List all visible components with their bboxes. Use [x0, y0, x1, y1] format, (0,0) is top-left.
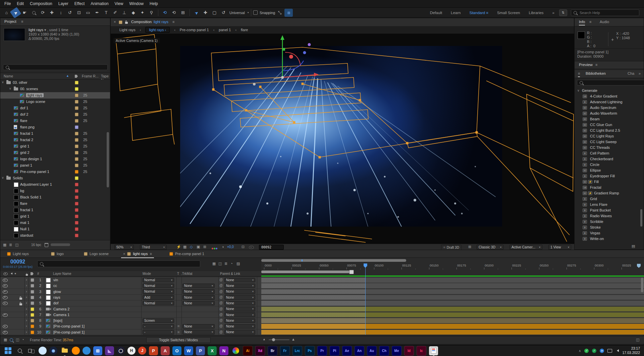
expand-arrow-icon[interactable]: › [26, 283, 27, 287]
after-effects-icon[interactable]: Ae [342, 346, 352, 356]
project-item-name[interactable]: Black Solid 1 [20, 195, 42, 199]
effect-ellipse[interactable]: 32Ellipse [575, 168, 640, 173]
project-scrollbar[interactable] [107, 132, 109, 187]
eye-icon[interactable] [3, 331, 8, 335]
orbit-camera-tool[interactable]: ⟳ [39, 9, 47, 17]
project-row-mat-1[interactable]: mat 1 [0, 220, 110, 226]
expand-arrow-icon[interactable]: › [26, 324, 27, 328]
label-chip[interactable] [31, 296, 34, 299]
menu-edit[interactable]: Edit [14, 1, 27, 6]
project-item-name[interactable]: flare [20, 201, 27, 205]
universal-dropdown[interactable]: Universal [229, 11, 245, 15]
comp-tab-title[interactable]: Composition [131, 20, 152, 24]
label-chip[interactable] [75, 113, 78, 116]
project-item-name[interactable]: grid 2 [20, 151, 30, 155]
orbit-around-scene-tool[interactable]: ⟲ [170, 9, 178, 17]
hide-shy-icon[interactable]: ≣ [224, 261, 227, 266]
timeline-search-input[interactable] [45, 261, 198, 266]
indesign-icon[interactable]: Id [404, 346, 414, 356]
timeline-search[interactable] [37, 260, 200, 267]
label-chip[interactable] [75, 208, 78, 212]
project-item-name[interactable]: flare [20, 119, 27, 123]
layer-duration-bar[interactable] [261, 330, 644, 335]
layer-row-9[interactable]: ›9[Pre-comp panel 1]-▾=None▾@None▾ [0, 323, 644, 329]
effect-fill[interactable]: 32⚡Fill [575, 179, 640, 185]
parent-pickwhip-icon[interactable]: @ [219, 284, 223, 287]
zoom-out-mountain-icon[interactable]: ▲ [263, 338, 266, 341]
project-row-grid-1[interactable]: grid 1 [0, 213, 110, 220]
effect-cc-threads[interactable]: 32CC Threads [575, 145, 640, 151]
pan-under-cursor-tool[interactable]: ⊞ [179, 9, 187, 17]
parent-link-select[interactable]: None▾ [224, 312, 255, 317]
label-chip[interactable] [75, 151, 78, 155]
adaptive-resolution-icon[interactable]: ⚡ [176, 245, 181, 249]
ring-app-icon[interactable]: ◯ [117, 347, 125, 355]
project-row-flare[interactable]: flare [0, 200, 110, 207]
project-item-name[interactable]: 03. other [13, 80, 27, 84]
effect-stroke[interactable]: 8Stroke [575, 225, 640, 230]
eye-icon[interactable] [3, 290, 8, 294]
label-chip[interactable] [75, 234, 78, 237]
chevron-down-icon[interactable]: ∨ [2, 176, 4, 179]
file-explorer-icon[interactable] [60, 346, 69, 355]
panel-menu-icon[interactable]: ≡ [172, 20, 174, 24]
project-row-logo-scene[interactable]: Logo scene25 [0, 99, 110, 105]
project-item-name[interactable]: grid 1 [20, 144, 30, 148]
layer-row-10[interactable]: ›10[Pre-comp panel 1]-▾=None▾@None▾ [0, 330, 644, 335]
preview-tab[interactable]: Preview [579, 63, 593, 67]
lock-open-icon[interactable] [125, 22, 128, 24]
workspace-standard[interactable]: Standard ≡ [465, 11, 493, 15]
project-row-solids[interactable]: ∨Solids [0, 175, 110, 181]
illustrator-icon[interactable]: Ai [243, 346, 253, 356]
breadcrumb-Light-rays[interactable]: Light rays [119, 28, 136, 32]
layer-duration-bar[interactable] [261, 307, 644, 312]
label-chip[interactable] [75, 94, 78, 97]
photoshop-icon[interactable]: Ps [305, 346, 315, 356]
menu-view[interactable]: View [112, 1, 126, 6]
label-chip[interactable] [31, 319, 34, 322]
drop-app-icon[interactable] [39, 347, 47, 355]
project-item-name[interactable]: Solids [13, 176, 23, 180]
layer-name[interactable]: glow [53, 290, 61, 294]
onenote-icon[interactable]: N [219, 346, 228, 355]
handbrake-app-icon[interactable]: H [127, 347, 136, 355]
active-app-icon[interactable] [429, 346, 438, 355]
layer-row-8[interactable]: ›8[logo]Screen▾@None▾ [0, 318, 644, 323]
rectangle-tool[interactable]: ▭ [84, 9, 92, 17]
flowchart-icon[interactable]: ◫ [15, 243, 18, 247]
project-item-name[interactable]: flare.png [20, 125, 35, 129]
snap-angle-icon[interactable]: ⤡ [275, 9, 284, 17]
clock-icon[interactable]: ◔ [22, 338, 24, 342]
bridge-icon[interactable]: Br [268, 346, 277, 356]
playhead[interactable] [365, 265, 366, 335]
menu-composition[interactable]: Composition [27, 1, 55, 6]
label-chip[interactable] [75, 81, 78, 84]
exposure-reset-icon[interactable]: ◑ [222, 245, 224, 249]
media-app-icon[interactable]: ◉ [49, 347, 57, 355]
label-chip[interactable] [75, 157, 78, 161]
parent-pickwhip-icon[interactable]: @ [219, 330, 223, 334]
sync-ok-icon[interactable]: ✓ [592, 349, 596, 353]
label-chip[interactable] [75, 221, 78, 225]
project-item-name[interactable]: mat 1 [20, 221, 30, 225]
camera-select[interactable]: Active Camer...▾ [509, 245, 542, 250]
breadcrumb-light-rays[interactable]: light rays ‹ [145, 27, 170, 33]
project-search[interactable] [3, 64, 108, 70]
eye-icon[interactable] [3, 302, 8, 306]
label-chip[interactable] [75, 100, 78, 104]
label-chip[interactable] [31, 278, 34, 282]
word-icon[interactable]: W [184, 346, 193, 355]
blend-mode-select[interactable]: Normal▾ [143, 301, 174, 306]
timeline-tab-light-rays[interactable]: ×light rays≡ [121, 250, 154, 258]
effect-audio-waveform[interactable]: 32Audio Waveform [575, 111, 640, 116]
parent-link-select[interactable]: None▾ [224, 318, 255, 323]
extended-viewer-icon[interactable]: ⊞ [468, 245, 471, 249]
camera-tool[interactable]: ⊡ [75, 9, 83, 17]
lock-icon[interactable] [19, 303, 22, 305]
comp-marker-button[interactable] [637, 264, 641, 268]
crop-icon[interactable]: ⊞ [203, 245, 206, 249]
time-ruler[interactable]: 0000000250005000075001000012500150001750… [261, 258, 644, 277]
grid-guides-select[interactable]: Third▾ [140, 245, 167, 250]
eye-icon[interactable] [3, 284, 8, 288]
publisher-icon[interactable]: P [196, 346, 205, 355]
